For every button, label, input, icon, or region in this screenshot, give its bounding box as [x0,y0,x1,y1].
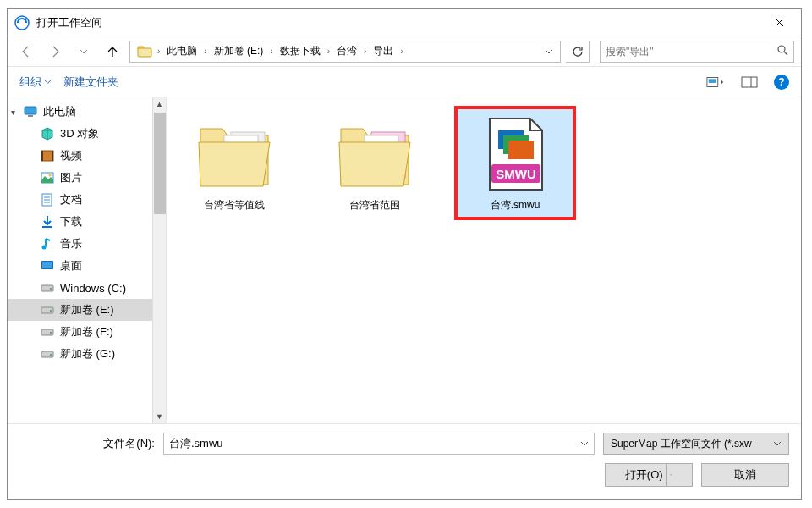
refresh-button[interactable] [566,41,590,63]
open-workspace-dialog: 打开工作空间 › 此电脑 › 新加卷 (E:) › 数据下载 › 台湾 › 导出… [7,8,802,500]
tree-item-label: 新加卷 (G:) [60,346,115,362]
tree-item[interactable]: ▾此电脑 [8,101,166,123]
chevron-right-icon: › [268,47,274,56]
chevron-right-icon: › [202,47,208,56]
svg-rect-24 [41,285,53,291]
breadcrumb-item[interactable]: 台湾 [332,41,362,62]
svg-point-1 [25,18,27,20]
folder-tile[interactable]: A台湾省等值线 [175,108,294,218]
nav-tree: ▾此电脑3D 对象视频图片文档下载音乐桌面Windows (C:)新加卷 (E:… [8,97,167,423]
app-icon [14,15,30,30]
tree-item-label: 桌面 [60,258,82,273]
file-list[interactable]: A台湾省等值线台湾省范围SMWU台湾.smwu [167,97,801,423]
tree-item[interactable]: 桌面 [8,255,166,277]
up-button[interactable] [101,40,124,64]
svg-rect-28 [41,329,53,335]
back-button[interactable] [14,40,38,64]
breadcrumb-item[interactable]: 此电脑 [162,41,202,62]
tree-item-label: 下载 [60,214,82,229]
cancel-button[interactable]: 取消 [701,463,789,487]
chevron-down-icon [666,464,672,486]
chevron-right-icon: › [156,47,162,56]
address-dropdown[interactable] [540,41,557,62]
svg-rect-23 [42,262,52,268]
svg-rect-9 [25,107,36,114]
docs-icon [40,192,55,207]
forward-button[interactable] [43,40,67,64]
filename-input-combo[interactable] [163,433,595,455]
file-thumbnail: SMWU [475,113,556,195]
drive-icon [40,302,55,318]
nav-row: › 此电脑 › 新加卷 (E:) › 数据下载 › 台湾 › 导出 › [8,36,801,67]
svg-rect-6 [709,79,716,83]
pictures-icon [40,170,55,185]
tree-item[interactable]: 新加卷 (F:) [8,321,166,343]
svg-rect-7 [742,77,757,87]
organize-menu[interactable]: 组织 [19,75,52,90]
tree-item-label: 新加卷 (E:) [60,302,114,318]
tree-item[interactable]: 3D 对象 [8,123,166,145]
file-name-label: 台湾.smwu [460,198,570,213]
svg-point-21 [42,246,47,250]
footer: 文件名(N): SuperMap 工作空间文件 (*.sxw 打开(O) 取消 [8,423,801,499]
svg-rect-10 [28,115,33,117]
file-name-label: 台湾省等值线 [179,198,289,213]
new-folder-button[interactable]: 新建文件夹 [63,75,118,90]
open-button[interactable]: 打开(O) [605,463,693,487]
svg-point-15 [49,174,52,177]
scrollbar[interactable]: ▲▼ [152,97,166,423]
window-title: 打开工作空间 [36,15,760,30]
search-input[interactable] [606,46,776,58]
tree-item-label: 图片 [60,170,82,185]
help-button[interactable]: ? [774,75,789,90]
svg-rect-39 [508,141,534,159]
chevron-right-icon: › [362,47,368,56]
tree-item-label: 文档 [60,192,82,207]
tree-item[interactable]: 图片 [8,167,166,189]
tree-item-label: 新加卷 (F:) [60,324,113,340]
breadcrumb-item[interactable]: 数据下载 [275,41,326,62]
scrollbar-thumb[interactable] [154,113,166,214]
breadcrumb-item[interactable]: 新加卷 (E:) [209,41,269,62]
filetype-combo[interactable]: SuperMap 工作空间文件 (*.sxw [603,433,789,455]
tree-item[interactable]: 文档 [8,189,166,211]
svg-text:SMWU: SMWU [496,167,536,181]
tree-item[interactable]: 新加卷 (E:) [8,299,166,321]
svg-rect-13 [52,151,53,161]
breadcrumb-item[interactable]: 导出 [368,41,398,62]
search-icon [776,44,788,58]
search-box[interactable] [600,41,794,63]
folder-icon [137,44,152,59]
chevron-right-icon: › [326,47,332,56]
close-button[interactable] [760,10,798,36]
chevron-down-icon[interactable] [580,439,589,448]
address-bar[interactable]: › 此电脑 › 新加卷 (E:) › 数据下载 › 台湾 › 导出 › [129,41,561,63]
chevron-down-icon [773,439,782,448]
tree-item-label: Windows (C:) [60,282,126,295]
tree-item[interactable]: 新加卷 (G:) [8,343,166,365]
tree-item[interactable]: 下载 [8,211,166,233]
tree-item-label: 音乐 [60,236,82,251]
svg-rect-26 [41,307,53,313]
svg-rect-11 [41,151,53,161]
recent-dropdown[interactable] [72,40,96,64]
tree-item[interactable]: 音乐 [8,233,166,255]
preview-pane-button[interactable] [740,75,759,90]
drive-icon [40,346,55,362]
file-tile[interactable]: SMWU台湾.smwu [456,108,574,218]
pc-icon [23,104,38,119]
svg-rect-30 [41,351,53,357]
tree-item[interactable]: 视频 [8,145,166,167]
chevron-right-icon: › [398,47,404,56]
desktop-icon [40,258,55,273]
tree-item[interactable]: Windows (C:) [8,277,166,299]
view-mode-button[interactable] [706,75,725,90]
downloads-icon [40,214,55,229]
music-icon [40,236,55,251]
titlebar: 打开工作空间 [8,9,801,36]
filename-input[interactable] [169,438,580,450]
drive-icon [40,280,55,295]
svg-point-27 [50,310,52,312]
svg-point-31 [50,354,52,356]
folder-tile[interactable]: 台湾省范围 [315,108,434,218]
